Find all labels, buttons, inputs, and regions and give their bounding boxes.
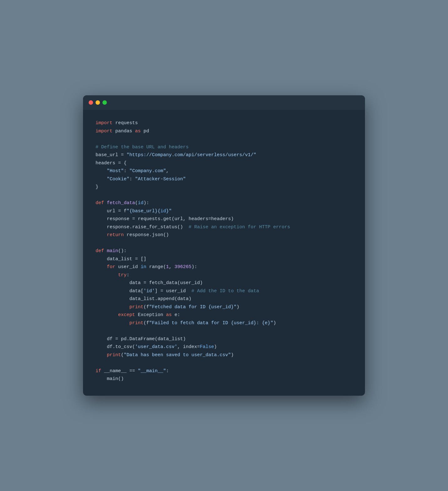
code-editor: import requests import pandas as pd # De… [83,110,365,396]
maximize-button[interactable] [102,100,107,105]
titlebar [83,95,365,110]
close-button[interactable] [89,100,93,105]
code-window: import requests import pandas as pd # De… [83,95,365,396]
minimize-button[interactable] [96,100,100,105]
